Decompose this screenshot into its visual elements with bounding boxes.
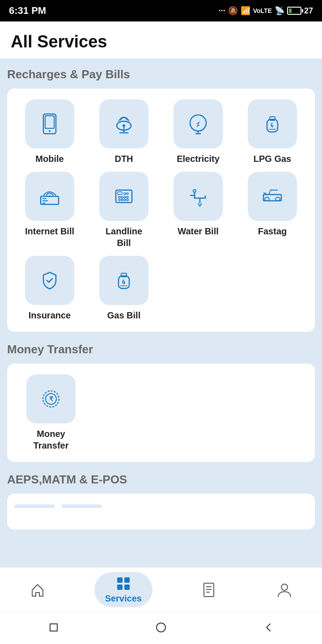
battery-icon — [287, 7, 301, 15]
svg-point-28 — [127, 199, 128, 201]
service-mobile[interactable]: Mobile — [14, 99, 85, 165]
service-money-transfer[interactable]: ₹ MoneyTransfer — [14, 374, 88, 451]
money-transfer-icon: ₹ — [38, 386, 64, 411]
service-lpg-gas[interactable]: LPG Gas — [237, 99, 308, 165]
battery-level: 27 — [304, 6, 313, 16]
service-dth[interactable]: DTH — [89, 99, 159, 165]
android-back-btn[interactable] — [262, 621, 275, 636]
landline-bill-icon-box — [99, 172, 148, 221]
svg-point-25 — [119, 199, 120, 201]
service-water-bill[interactable]: Water Bill — [163, 172, 233, 249]
svg-rect-36 — [119, 276, 129, 288]
svg-point-2 — [49, 130, 51, 132]
svg-text:₹: ₹ — [49, 395, 53, 402]
aeps-section: AEPS,MATM & E-POS — [7, 473, 315, 530]
gas-bill-icon — [111, 268, 136, 293]
fastag-icon-box — [248, 172, 297, 221]
mute-icon: 🔕 — [228, 6, 238, 16]
svg-rect-51 — [50, 624, 57, 631]
svg-point-27 — [124, 199, 126, 201]
lpg-gas-icon — [260, 111, 285, 136]
landline-bill-label: LandlineBill — [106, 225, 142, 249]
dth-label: DTH — [114, 153, 133, 165]
service-fastag[interactable]: Fastag — [237, 172, 308, 249]
gas-bill-label: Gas Bill — [107, 309, 140, 321]
lte-icon: VoLTE — [253, 7, 272, 14]
recharges-section: Recharges & Pay Bills Mobile — [7, 68, 315, 332]
wifi-icon: 📡 — [275, 6, 284, 16]
grid-icon — [115, 576, 131, 592]
svg-point-52 — [157, 623, 165, 632]
nav-services-label: Services — [105, 593, 142, 604]
money-transfer-grid: ₹ MoneyTransfer — [14, 374, 308, 451]
svg-point-26 — [121, 199, 123, 201]
service-internet-bill[interactable]: Internet Bill — [14, 172, 85, 249]
page-header: All Services — [0, 21, 322, 59]
dth-icon-box — [99, 99, 148, 148]
bottom-nav: Services — [0, 567, 322, 612]
internet-bill-icon-box — [25, 172, 74, 221]
android-square-btn[interactable] — [47, 621, 60, 636]
money-transfer-label: MoneyTransfer — [34, 428, 69, 451]
svg-rect-42 — [117, 577, 123, 583]
electricity-icon-box — [174, 99, 223, 148]
water-bill-label: Water Bill — [178, 225, 219, 237]
time: 6:31 PM — [9, 5, 46, 17]
svg-rect-45 — [124, 585, 130, 590]
svg-point-22 — [121, 196, 123, 198]
svg-point-19 — [124, 193, 126, 195]
android-home-btn[interactable] — [155, 621, 167, 636]
money-transfer-card: ₹ MoneyTransfer — [7, 364, 315, 462]
signal-dots: ··· — [219, 6, 225, 16]
money-transfer-icon-box: ₹ — [26, 374, 76, 424]
person-icon — [276, 582, 292, 598]
status-bar: 6:31 PM ··· 🔕 📶 VoLTE 📡 27 — [0, 0, 322, 21]
nav-reports[interactable] — [190, 578, 228, 602]
nav-services[interactable]: Services — [94, 572, 153, 607]
water-bill-icon-box — [174, 172, 223, 221]
landline-bill-icon — [111, 184, 136, 209]
fastag-icon — [260, 184, 285, 209]
page-title: All Services — [11, 32, 311, 51]
mobile-icon — [37, 111, 62, 136]
lpg-gas-icon-box — [248, 99, 297, 148]
svg-point-30 — [193, 190, 196, 192]
svg-point-23 — [124, 196, 126, 198]
insurance-label: Insurance — [29, 309, 71, 321]
service-electricity[interactable]: Electricity — [163, 99, 233, 165]
svg-point-20 — [127, 193, 128, 195]
service-gas-bill[interactable]: Gas Bill — [89, 256, 159, 321]
nav-profile[interactable] — [266, 578, 303, 602]
svg-point-24 — [127, 196, 128, 198]
svg-rect-43 — [124, 577, 130, 583]
recharges-card: Mobile DTH — [7, 89, 315, 332]
svg-rect-18 — [118, 192, 122, 195]
dth-icon — [111, 111, 136, 136]
service-landline-bill[interactable]: LandlineBill — [89, 172, 159, 249]
aeps-section-title: AEPS,MATM & E-POS — [7, 473, 315, 487]
android-nav — [0, 612, 322, 644]
internet-bill-icon — [37, 184, 62, 209]
service-insurance[interactable]: Insurance — [14, 256, 85, 321]
internet-bill-label: Internet Bill — [25, 225, 74, 237]
main-content: Recharges & Pay Bills Mobile — [0, 59, 322, 567]
water-bill-icon — [186, 184, 211, 209]
svg-point-6 — [123, 124, 125, 127]
status-icons: ··· 🔕 📶 VoLTE 📡 27 — [219, 6, 313, 16]
insurance-icon-box — [25, 256, 74, 305]
gas-bill-icon-box — [99, 256, 148, 305]
svg-rect-44 — [117, 585, 123, 590]
svg-line-35 — [263, 193, 266, 194]
fastag-label: Fastag — [258, 225, 287, 237]
electricity-icon — [186, 111, 211, 136]
mobile-label: Mobile — [35, 153, 64, 165]
money-transfer-section: Money Transfer ₹ MoneyTransfer — [7, 343, 315, 462]
nav-home[interactable] — [19, 578, 56, 602]
svg-rect-1 — [45, 116, 54, 128]
electricity-label: Electricity — [177, 153, 220, 165]
document-icon — [201, 582, 217, 598]
svg-point-50 — [281, 584, 288, 590]
money-transfer-section-title: Money Transfer — [7, 343, 315, 356]
mobile-icon-box — [25, 99, 74, 148]
home-icon — [30, 582, 46, 598]
